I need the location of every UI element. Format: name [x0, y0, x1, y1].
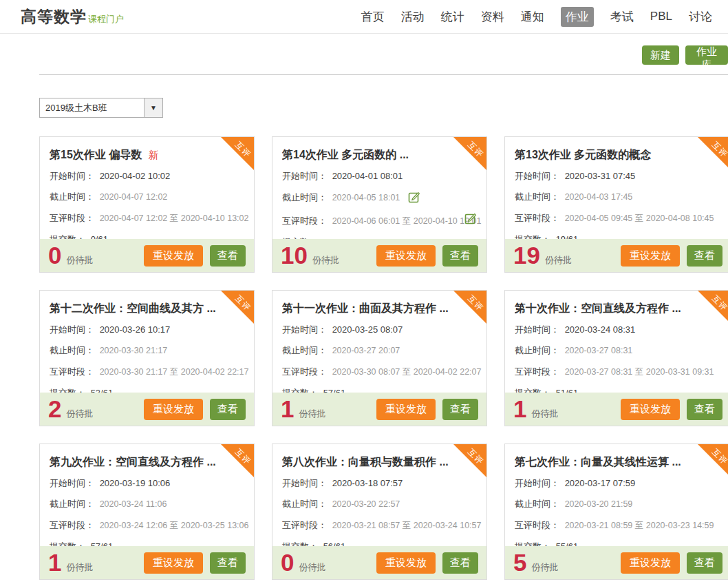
deadline-row: 截止时间： 2020-03-24 11:06: [50, 498, 244, 510]
start-time-value: 2020-03-17 07:59: [565, 478, 636, 488]
course-title: 高等数学: [21, 6, 87, 28]
deadline-value: 2020-03-24 11:06: [100, 499, 167, 509]
deadline-label: 截止时间：: [515, 191, 559, 202]
view-button[interactable]: 查看: [687, 552, 722, 574]
start-time-value: 2020-03-18 07:57: [332, 478, 403, 488]
card-footer: 1 份待批 重设发放 查看: [40, 546, 254, 579]
assignment-title[interactable]: 第七次作业：向量及其线性运算 ...: [515, 454, 721, 470]
assignment-title[interactable]: 第九次作业：空间直线及方程作 ...: [50, 454, 244, 470]
start-time-label: 开始时间：: [515, 478, 559, 488]
deadline-row: 截止时间： 2020-03-30 21:17: [50, 344, 244, 357]
start-time-row: 开始时间： 2020-03-17 07:59: [515, 477, 721, 489]
deadline-row: 截止时间： 2020-03-27 20:07: [282, 344, 477, 357]
peer-period-label: 互评时段：: [282, 366, 327, 377]
reset-distribute-button[interactable]: 重设发放: [144, 245, 203, 267]
peer-period-value: 2020-04-05 09:45 至 2020-04-08 10:45: [565, 213, 714, 223]
view-button[interactable]: 查看: [687, 245, 722, 267]
class-select[interactable]: 2019级土木B班 ▼: [39, 98, 163, 118]
pending-count: 19: [513, 240, 540, 271]
edit-icon[interactable]: [408, 191, 420, 206]
assignment-title[interactable]: 第15次作业 偏导数 新: [50, 147, 244, 163]
start-time-label: 开始时间：: [50, 171, 94, 181]
peer-period-value: 2020-03-30 08:07 至 2020-04-02 22:07: [332, 367, 482, 377]
reset-distribute-button[interactable]: 重设发放: [144, 552, 203, 574]
edit-icon[interactable]: [464, 212, 477, 227]
nav-item-6[interactable]: 作业: [561, 7, 594, 27]
deadline-label: 截止时间：: [282, 499, 327, 509]
assignment-title[interactable]: 第十一次作业：曲面及其方程作 ...: [282, 300, 477, 317]
view-button[interactable]: 查看: [442, 552, 478, 574]
peer-period-row: 互评时段： 2020-04-05 09:45 至 2020-04-08 10:4…: [515, 212, 721, 225]
view-button[interactable]: 查看: [210, 552, 246, 574]
card-body: 第十二次作业：空间曲线及其方 ... 开始时间： 2020-03-26 10:1…: [40, 291, 254, 399]
start-time-value: 2020-04-02 10:02: [100, 171, 171, 181]
peer-period-value: 2020-03-24 12:06 至 2020-03-25 13:06: [100, 521, 249, 530]
assignment-title-text: 第十次作业：空间直线及方程作 ...: [515, 302, 681, 314]
nav-item-8[interactable]: PBL: [650, 10, 672, 23]
view-button[interactable]: 查看: [442, 399, 478, 420]
start-time-value: 2020-03-31 07:45: [565, 171, 636, 181]
card-body: 第十一次作业：曲面及其方程作 ... 开始时间： 2020-03-25 08:0…: [272, 291, 486, 399]
nav-item-2[interactable]: 活动: [401, 9, 425, 25]
card-footer: 0 份待批 重设发放 查看: [272, 546, 486, 579]
nav-item-3[interactable]: 统计: [441, 9, 464, 25]
course-logo[interactable]: 高等数学 课程门户: [21, 6, 124, 28]
assignment-card: 互评 第十一次作业：曲面及其方程作 ... 开始时间： 2020-03-25 0…: [272, 290, 487, 426]
pending-count: 10: [281, 240, 308, 271]
reset-distribute-button[interactable]: 重设发放: [376, 399, 436, 420]
deadline-label: 截止时间：: [50, 499, 94, 509]
peer-period-row: 互评时段： 2020-03-27 08:31 至 2020-03-31 09:3…: [515, 366, 721, 378]
assignment-title[interactable]: 第十二次作业：空间曲线及其方 ...: [50, 300, 244, 317]
reset-distribute-button[interactable]: 重设发放: [376, 245, 436, 267]
card-footer: 2 份待批 重设发放 查看: [40, 393, 254, 426]
assignment-card: 互评 第15次作业 偏导数 新 开始时间： 2020-04-02 10:02 截…: [39, 136, 255, 273]
card-body: 第15次作业 偏导数 新 开始时间： 2020-04-02 10:02 截止时间…: [40, 137, 254, 245]
chevron-down-icon[interactable]: ▼: [144, 98, 162, 117]
nav-item-1[interactable]: 首页: [361, 9, 385, 25]
deadline-value: 2020-03-30 21:17: [100, 346, 168, 355]
new-assignment-button[interactable]: 新建: [642, 45, 679, 65]
card-footer: 19 份待批 重设发放 查看: [505, 239, 728, 272]
peer-period-row: 互评时段： 2020-04-07 12:02 至 2020-04-10 13:0…: [50, 212, 244, 225]
assignment-title[interactable]: 第14次作业 多元函数的 ...: [282, 147, 477, 163]
start-time-value: 2020-03-24 08:31: [565, 324, 636, 335]
peer-period-label: 互评时段：: [515, 366, 559, 377]
start-time-label: 开始时间：: [515, 324, 559, 335]
nav-item-7[interactable]: 考试: [610, 9, 634, 25]
card-footer: 5 份待批 重设发放 查看: [505, 546, 728, 579]
pending-count: 1: [513, 394, 526, 424]
view-button[interactable]: 查看: [442, 245, 478, 267]
view-button[interactable]: 查看: [210, 245, 246, 267]
start-time-value: 2020-04-01 08:01: [332, 171, 403, 181]
assignment-title[interactable]: 第八次作业：向量积与数量积作 ...: [282, 454, 477, 470]
assignment-library-button[interactable]: 作业库: [685, 45, 728, 65]
toolbar: 新建 作业库: [0, 34, 728, 74]
assignment-grid: 互评 第15次作业 偏导数 新 开始时间： 2020-04-02 10:02 截…: [39, 136, 728, 580]
deadline-label: 截止时间：: [282, 192, 327, 202]
deadline-row: 截止时间： 2020-04-07 12:02: [50, 191, 244, 203]
nav-item-4[interactable]: 资料: [481, 9, 504, 25]
reset-distribute-button[interactable]: 重设发放: [621, 399, 680, 420]
new-badge: 新: [149, 149, 159, 160]
nav-item-5[interactable]: 通知: [521, 9, 544, 25]
assignment-title[interactable]: 第十次作业：空间直线及方程作 ...: [515, 300, 721, 317]
view-button[interactable]: 查看: [687, 399, 722, 420]
peer-period-row: 互评时段： 2020-03-21 08:59 至 2020-03-23 14:5…: [515, 519, 721, 532]
start-time-value: 2020-03-25 08:07: [332, 324, 403, 335]
peer-period-label: 互评时段：: [282, 216, 327, 226]
assignment-title-text: 第八次作业：向量积与数量积作 ...: [282, 456, 449, 468]
reset-distribute-button[interactable]: 重设发放: [621, 245, 680, 267]
reset-distribute-button[interactable]: 重设发放: [144, 399, 203, 420]
reset-distribute-button[interactable]: 重设发放: [376, 552, 436, 574]
class-select-value: 2019级土木B班: [40, 98, 144, 117]
pending-suffix-label: 份待批: [66, 408, 93, 420]
assignment-title[interactable]: 第13次作业 多元函数的概念: [515, 147, 721, 163]
pending-suffix-label: 份待批: [312, 254, 339, 267]
view-button[interactable]: 查看: [210, 399, 246, 420]
peer-period-label: 互评时段：: [515, 213, 559, 223]
reset-distribute-button[interactable]: 重设发放: [621, 552, 680, 574]
peer-period-value: 2020-03-30 21:17 至 2020-04-02 22:17: [100, 367, 249, 377]
card-body: 第八次作业：向量积与数量积作 ... 开始时间： 2020-03-18 07:5…: [272, 444, 486, 552]
card-body: 第十次作业：空间直线及方程作 ... 开始时间： 2020-03-24 08:3…: [505, 291, 728, 399]
nav-item-9[interactable]: 讨论: [689, 9, 712, 25]
